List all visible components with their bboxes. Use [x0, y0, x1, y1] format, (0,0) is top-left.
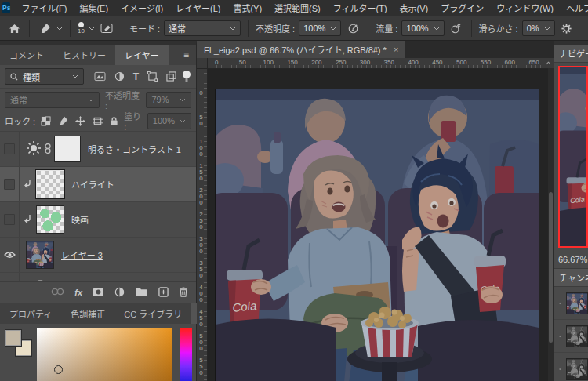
smoothing-select[interactable]: 0% — [522, 20, 555, 36]
menu-view[interactable]: 表示(V) — [394, 2, 435, 14]
layer-thumbnail[interactable] — [36, 170, 64, 198]
menu-filter[interactable]: フィルター(T) — [327, 2, 394, 14]
layer-name[interactable]: 映画 — [71, 213, 89, 226]
layer-row-brightness-contrast[interactable]: 明るさ・コントラスト 1 — [0, 132, 196, 167]
ruler-corner[interactable] — [197, 58, 208, 69]
scroll-up-icon[interactable] — [543, 58, 554, 68]
menu-layer[interactable]: レイヤー(L) — [169, 2, 227, 14]
eye-icon[interactable] — [559, 332, 561, 340]
eye-icon[interactable] — [559, 299, 561, 307]
layer-filter-select[interactable]: 種類 — [5, 68, 84, 85]
close-icon[interactable]: × — [394, 45, 398, 54]
menu-file[interactable]: ファイル(F) — [15, 2, 73, 14]
lock-artboard-icon[interactable] — [93, 116, 103, 126]
layer-thumbnail[interactable] — [36, 205, 64, 234]
brush-tool-icon[interactable] — [37, 20, 53, 36]
pressure-opacity-icon[interactable] — [345, 20, 361, 36]
menu-image[interactable]: イメージ(I) — [114, 2, 169, 14]
visibility-toggle[interactable] — [0, 167, 20, 201]
chevron-down-icon — [544, 27, 550, 31]
filter-type-layers-icon[interactable]: T — [133, 71, 139, 82]
add-mask-icon[interactable] — [93, 287, 104, 299]
new-adjustment-layer-icon[interactable] — [114, 287, 125, 299]
layer-style-icon[interactable]: fx — [74, 288, 82, 297]
panel-menu-icon[interactable]: ≡ — [183, 45, 196, 65]
channel-row-rgb[interactable] — [554, 287, 588, 320]
horizontal-ruler[interactable]: 0501001502002503003504004505005506006507… — [207, 58, 554, 69]
menu-help[interactable]: ヘルプ(H) — [560, 2, 588, 14]
color-field-cursor[interactable] — [54, 365, 63, 374]
menu-plugins[interactable]: プラグイン — [434, 2, 490, 14]
layer-thumbnail[interactable] — [26, 241, 54, 269]
visibility-toggle[interactable] — [0, 132, 20, 166]
flow-select[interactable]: 100% — [401, 20, 444, 36]
delete-layer-icon[interactable] — [179, 287, 188, 299]
navigator-proxy-view[interactable] — [558, 66, 588, 248]
filter-shape-layers-icon[interactable] — [147, 71, 158, 82]
new-group-icon[interactable] — [135, 287, 148, 299]
menu-type[interactable]: 書式(Y) — [227, 2, 268, 14]
lock-position-icon[interactable] — [75, 116, 85, 126]
foreground-color-swatch[interactable] — [5, 330, 21, 346]
blend-mode-select[interactable]: 通常 — [5, 92, 100, 108]
visibility-toggle[interactable] — [0, 238, 20, 272]
layer-row-highlight[interactable]: ハイライト — [0, 167, 196, 202]
brush-preset-preview[interactable]: 10 — [78, 22, 85, 34]
filter-smart-objects-icon[interactable] — [166, 71, 176, 82]
layer-row-movie[interactable]: 映画 — [0, 202, 196, 238]
lock-pixels-icon[interactable] — [58, 116, 68, 126]
filter-on-off-toggle[interactable] — [182, 70, 191, 84]
gear-icon[interactable] — [559, 20, 575, 36]
link-layers-icon[interactable] — [51, 288, 64, 297]
fill-select[interactable]: 100% — [147, 113, 191, 129]
scrollbar-thumb[interactable] — [549, 192, 553, 343]
navigator-zoom-value[interactable]: 66.67% — [554, 251, 588, 269]
menu-edit[interactable]: 編集(E) — [73, 2, 114, 14]
layer-opacity-select[interactable]: 79% — [146, 92, 191, 108]
tab-navigator[interactable]: ナビゲーター — [554, 45, 588, 63]
hue-slider[interactable] — [180, 328, 192, 381]
tab-channels[interactable]: チャンネル — [554, 269, 588, 287]
filter-adjustment-layers-icon[interactable] — [114, 71, 125, 82]
layer-name[interactable]: 明るさ・コントラスト 1 — [88, 143, 181, 155]
document-tab[interactable]: FL_eiga2.psd @ 66.7% (ハイライト, RGB/8#) * × — [197, 41, 405, 58]
visibility-toggle[interactable] — [0, 273, 20, 281]
channel-row-red[interactable] — [554, 320, 588, 353]
channel-row-green[interactable] — [554, 353, 588, 381]
saturation-brightness-field[interactable] — [37, 328, 172, 381]
new-layer-icon[interactable] — [158, 287, 169, 299]
layer-mask-thumbnail[interactable] — [54, 136, 81, 162]
lock-transparency-icon[interactable] — [41, 116, 51, 126]
home-icon[interactable] — [6, 20, 22, 36]
mode-select[interactable]: 通常 — [164, 20, 241, 36]
canvas-area[interactable]: 0501001502002503003504004505005506006507… — [197, 58, 554, 381]
brush-preset-chevron-icon[interactable] — [89, 27, 95, 31]
tool-options-bar: 10 モード : 通常 不透明度 : 100% 流量 : 100% — [0, 16, 588, 41]
opacity-select[interactable]: 100% — [299, 20, 341, 36]
toggle-brush-panel-icon[interactable] — [99, 20, 114, 36]
vertical-scrollbar[interactable] — [548, 68, 554, 381]
artwork-canvas[interactable] — [216, 89, 539, 381]
eye-icon[interactable] — [559, 365, 561, 373]
menu-window[interactable]: ウィンドウ(W) — [490, 2, 560, 14]
vertical-ruler[interactable]: 050100150200250300350400450500550600 — [197, 68, 208, 381]
layer-row-lineart-group[interactable]: 線画 — [0, 273, 196, 281]
layer-name[interactable]: レイヤー 3 — [61, 249, 103, 261]
visibility-toggle[interactable] — [0, 202, 20, 237]
layer-name[interactable]: ハイライト — [71, 178, 114, 190]
brush-tool-chevron-icon[interactable] — [56, 27, 63, 31]
tab-history[interactable]: ヒストリー — [53, 45, 115, 65]
menu-select[interactable]: 選択範囲(S) — [268, 2, 327, 14]
tab-adjustments[interactable]: 色調補正 — [61, 303, 114, 324]
photoshop-logo-icon[interactable]: Ps — [2, 2, 10, 13]
mask-link-icon[interactable] — [45, 143, 51, 156]
lock-all-icon[interactable] — [110, 116, 118, 126]
tab-properties[interactable]: プロパティ — [0, 303, 61, 324]
airbrush-icon[interactable] — [448, 20, 464, 36]
layer-row-layer3[interactable]: レイヤー 3 — [0, 238, 196, 273]
filter-pixel-layers-icon[interactable] — [94, 71, 106, 82]
navigator-preview[interactable] — [554, 63, 588, 251]
tab-layers[interactable]: レイヤー — [115, 45, 169, 65]
tab-comments[interactable]: コメント — [0, 45, 53, 65]
tab-cc-libraries[interactable]: CC ライブラリ — [114, 303, 191, 324]
